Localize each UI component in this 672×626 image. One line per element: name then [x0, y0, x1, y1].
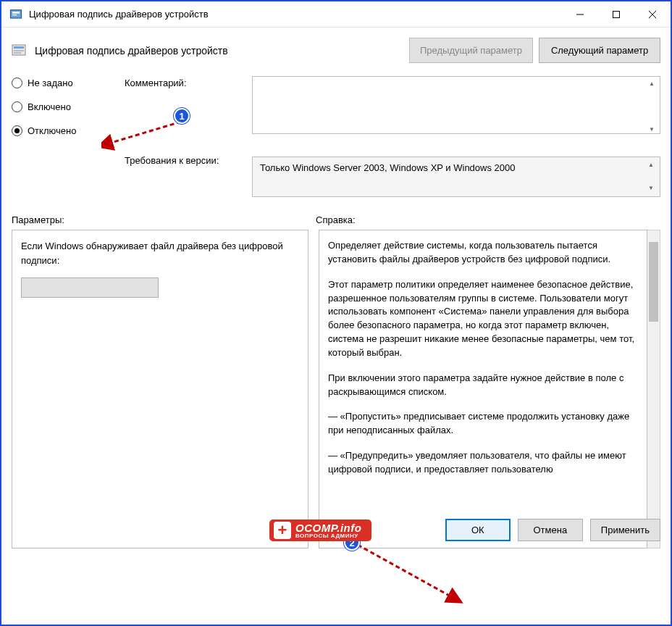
- prev-setting-button[interactable]: Предыдущий параметр: [409, 38, 533, 63]
- help-scrollbar[interactable]: [647, 230, 660, 548]
- policy-title: Цифровая подпись драйверов устройств: [35, 45, 409, 57]
- help-paragraph: При включении этого параметра задайте ну…: [328, 372, 638, 399]
- scroll-up-icon[interactable]: ▲: [646, 160, 656, 169]
- requirements-label: Требования к версии:: [125, 155, 248, 166]
- scroll-up-icon[interactable]: ▲: [647, 79, 657, 88]
- help-paragraph: Определяет действие системы, когда польз…: [328, 239, 638, 267]
- options-text: Если Windows обнаруживает файл драйвера …: [21, 239, 299, 267]
- watermark: + OCOMP.info ВОПРОСЫ АДМИНУ: [269, 519, 371, 541]
- next-setting-button[interactable]: Следующий параметр: [539, 38, 660, 63]
- radio-not-configured[interactable]: Не задано: [12, 78, 120, 88]
- radio-label: Отключено: [28, 125, 76, 136]
- state-radio-group: Не задано Включено Отключено: [12, 76, 120, 136]
- svg-rect-1: [12, 12, 20, 14]
- radio-icon: [12, 78, 22, 88]
- policy-icon: [12, 43, 28, 58]
- watermark-main: OCOMP.info: [295, 522, 361, 533]
- radio-disabled[interactable]: Отключено: [12, 125, 120, 136]
- help-paragraph: — «Пропустить» предписывает системе прод…: [328, 410, 638, 438]
- help-panel: Определяет действие системы, когда польз…: [319, 230, 647, 548]
- cancel-button[interactable]: Отмена: [518, 519, 583, 541]
- svg-rect-2: [12, 14, 17, 15]
- options-label: Параметры:: [12, 214, 308, 225]
- header-row: Цифровая подпись драйверов устройств Пре…: [1, 28, 671, 76]
- content-area: Цифровая подпись драйверов устройств Пре…: [1, 28, 671, 548]
- svg-line-14: [358, 545, 452, 597]
- options-panel: Если Windows обнаруживает файл драйвера …: [12, 230, 308, 548]
- scroll-down-icon[interactable]: ▼: [647, 125, 657, 133]
- svg-rect-10: [14, 52, 21, 54]
- titlebar: Цифровая подпись драйверов устройств: [1, 1, 671, 28]
- app-icon: [9, 7, 23, 22]
- radio-enabled[interactable]: Включено: [12, 101, 120, 112]
- comment-label: Комментарий:: [125, 76, 248, 155]
- requirements-value: Только Windows Server 2003, Windows XP и…: [260, 162, 516, 173]
- maximize-button[interactable]: [598, 1, 634, 28]
- requirements-box: Только Windows Server 2003, Windows XP и…: [252, 156, 660, 197]
- watermark-plus-icon: +: [274, 522, 291, 539]
- field-labels: Комментарий: Требования к версии:: [125, 76, 248, 166]
- help-label: Справка:: [316, 214, 660, 225]
- close-button[interactable]: [634, 1, 671, 28]
- scroll-down-icon[interactable]: ▼: [646, 183, 656, 192]
- radio-label: Не задано: [28, 78, 73, 88]
- svg-rect-9: [14, 50, 24, 51]
- svg-rect-4: [613, 11, 620, 17]
- options-dropdown[interactable]: [21, 277, 159, 298]
- scrollbar-thumb[interactable]: [649, 242, 658, 322]
- svg-rect-8: [14, 46, 24, 49]
- minimize-button[interactable]: [562, 1, 598, 28]
- radio-icon: [12, 101, 22, 112]
- ok-button[interactable]: ОК: [445, 519, 511, 541]
- window-title: Цифровая подпись драйверов устройств: [29, 9, 562, 20]
- radio-label: Включено: [28, 101, 71, 112]
- svg-rect-0: [11, 9, 22, 17]
- help-paragraph: — «Предупредить» уведомляет пользователя…: [328, 449, 638, 477]
- watermark-sub: ВОПРОСЫ АДМИНУ: [295, 533, 361, 539]
- help-paragraph: Этот параметр политики определяет наимен…: [328, 278, 638, 360]
- dialog-footer: ОК Отмена Применить: [445, 519, 660, 541]
- comment-textarea[interactable]: [252, 76, 660, 134]
- apply-button[interactable]: Применить: [590, 519, 660, 541]
- radio-icon: [12, 125, 22, 136]
